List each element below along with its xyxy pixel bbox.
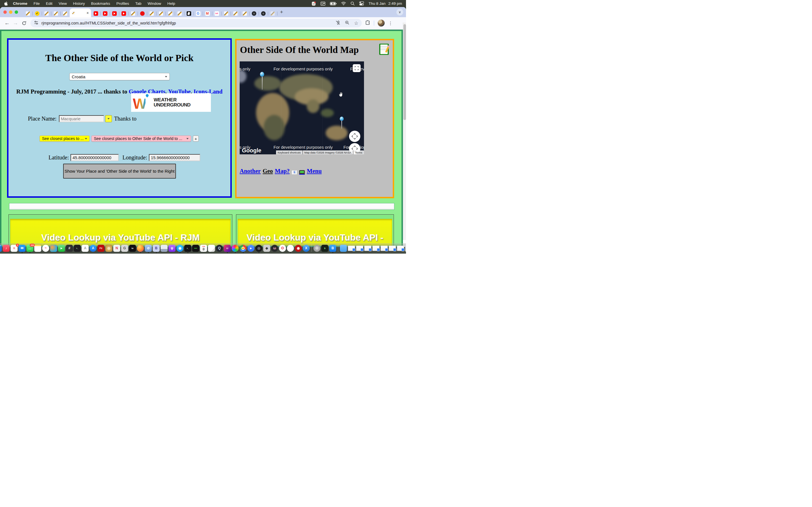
dock-item-gimp[interactable]: G bbox=[121, 245, 128, 252]
dock-item-minimized-window[interactable] bbox=[397, 245, 404, 251]
tab[interactable] bbox=[119, 10, 128, 17]
dock-item-notes[interactable] bbox=[35, 245, 42, 252]
menu-item-history[interactable]: History bbox=[73, 1, 85, 6]
page-scrollbar[interactable] bbox=[403, 22, 406, 240]
apple-logo-icon[interactable] bbox=[4, 1, 8, 6]
place-name-input[interactable] bbox=[59, 115, 104, 122]
device-menu-icon[interactable] bbox=[299, 170, 305, 175]
dock-item-color-palette[interactable] bbox=[232, 245, 239, 252]
tab[interactable] bbox=[138, 10, 147, 17]
dock-item-minimized-window[interactable] bbox=[364, 245, 371, 251]
dock-item-minimized-window[interactable] bbox=[372, 245, 380, 251]
minimize-window-button[interactable] bbox=[9, 10, 12, 14]
keyboard-shortcuts-link[interactable]: Keyboard shortcuts bbox=[276, 151, 303, 154]
menu-link[interactable]: Menu bbox=[307, 168, 322, 175]
app-badge-icon[interactable] bbox=[312, 1, 316, 6]
back-button[interactable]: ← bbox=[3, 19, 11, 27]
place-select-button[interactable] bbox=[105, 115, 112, 122]
dock-item-doc-stack[interactable] bbox=[348, 245, 355, 251]
map-pin-otherside[interactable] bbox=[340, 117, 344, 129]
dock-item-calendar[interactable]: JAN8 bbox=[200, 245, 207, 252]
tab[interactable]: brit bbox=[212, 10, 221, 17]
tab[interactable] bbox=[231, 10, 240, 17]
dock-item-red-gauge[interactable]: ◉ bbox=[295, 245, 302, 252]
dock-item-news[interactable]: N bbox=[113, 245, 120, 252]
dock-item-calculator[interactable]: # bbox=[66, 245, 73, 252]
dock-item-gold-app[interactable]: ◎ bbox=[105, 245, 112, 252]
dock-item-dark-rings[interactable]: ◎ bbox=[255, 245, 262, 252]
dock-item-minimized-window[interactable] bbox=[380, 245, 388, 251]
dock-item-no-sign[interactable]: ⊘ bbox=[145, 245, 152, 252]
zoom-window-button[interactable] bbox=[15, 10, 18, 14]
dock-item-reminders[interactable]: ≡3 bbox=[11, 245, 18, 252]
tab[interactable] bbox=[42, 10, 51, 17]
tab[interactable] bbox=[128, 10, 138, 17]
dock-item-xcode[interactable]: X bbox=[303, 245, 310, 252]
close-window-button[interactable] bbox=[3, 10, 7, 14]
dock-item-downloads-folder[interactable] bbox=[340, 245, 347, 252]
dock-item-terminal-2[interactable]: >_ bbox=[185, 245, 192, 252]
site-settings-icon[interactable] bbox=[34, 20, 39, 26]
tab[interactable] bbox=[156, 10, 165, 17]
dock-item-podcasts[interactable]: ψ bbox=[168, 245, 175, 252]
dock-item-launchpad[interactable] bbox=[50, 245, 57, 252]
menu-item-window[interactable]: Window bbox=[147, 1, 161, 6]
google-map[interactable]: For development purposes onlyFor develop… bbox=[240, 61, 364, 154]
dock-item-finder[interactable] bbox=[0, 245, 2, 252]
zoom-in-icon[interactable] bbox=[345, 20, 350, 26]
extensions-icon[interactable] bbox=[365, 20, 370, 26]
menu-item-profiles[interactable]: Profiles bbox=[116, 1, 129, 6]
dock-item-apple-tv[interactable]: tv bbox=[129, 245, 136, 252]
control-center-icon[interactable] bbox=[359, 1, 364, 6]
dock-item-intellij[interactable]: IJ bbox=[224, 245, 231, 252]
dock-item-zoom[interactable]: ▸ bbox=[248, 245, 255, 252]
fullscreen-button[interactable] bbox=[353, 64, 361, 72]
add-button[interactable]: + bbox=[193, 135, 199, 142]
dock-item-trash[interactable] bbox=[405, 244, 406, 252]
geo-link[interactable]: Geo bbox=[263, 168, 273, 175]
dock-item-app-store[interactable]: A bbox=[90, 245, 97, 252]
dock-item-messages[interactable]: …203 bbox=[27, 245, 34, 252]
dock-item-exec-terminal[interactable]: exec bbox=[192, 245, 199, 252]
email-icon[interactable] bbox=[292, 170, 297, 175]
tab[interactable]: M bbox=[203, 10, 212, 17]
tab[interactable]: G bbox=[193, 10, 203, 17]
latitude-input[interactable] bbox=[70, 154, 119, 161]
tab[interactable] bbox=[184, 10, 193, 17]
active-tab[interactable]: × bbox=[70, 8, 91, 17]
menu-item-bookmarks[interactable]: Bookmarks bbox=[91, 1, 110, 6]
spotlight-icon[interactable] bbox=[350, 1, 355, 6]
menu-item-chrome[interactable]: Chrome bbox=[13, 1, 28, 6]
scrollbar-thumb[interactable] bbox=[403, 24, 406, 120]
menu-item-file[interactable]: File bbox=[34, 1, 40, 6]
dock-item-pink-pet[interactable]: ω bbox=[271, 245, 278, 252]
tab[interactable]: ✓ bbox=[33, 10, 42, 17]
tab[interactable] bbox=[91, 10, 100, 17]
map-link[interactable]: Map? bbox=[275, 168, 290, 175]
dock-item-quicktime[interactable]: Q bbox=[216, 245, 223, 252]
close-tab-icon[interactable]: × bbox=[87, 11, 89, 15]
tab[interactable] bbox=[175, 10, 184, 17]
keyboard-icon[interactable] bbox=[320, 1, 325, 6]
dock-item-tooth[interactable] bbox=[287, 245, 294, 252]
tab[interactable] bbox=[249, 10, 259, 17]
tab[interactable] bbox=[100, 10, 110, 17]
tab[interactable] bbox=[221, 10, 231, 17]
profile-avatar[interactable] bbox=[377, 19, 385, 27]
reload-button[interactable] bbox=[20, 19, 28, 27]
dock-item-minimized-window[interactable] bbox=[389, 245, 396, 251]
closest-otherside-select[interactable]: See closest places to Other Side of the … bbox=[91, 135, 191, 142]
tab[interactable] bbox=[51, 10, 60, 17]
dock-item-filezilla[interactable]: Fz bbox=[98, 245, 105, 252]
map-pin-place[interactable] bbox=[260, 72, 264, 90]
dock-item-terminal-3[interactable]: $ bbox=[321, 245, 328, 252]
dock-item-accessibility[interactable]: ☉ bbox=[313, 245, 320, 252]
tab-search-chevron-icon[interactable]: ∨ bbox=[396, 9, 403, 15]
menu-item-edit[interactable]: Edit bbox=[46, 1, 52, 6]
dock-item-firefox[interactable] bbox=[137, 245, 144, 252]
bookmark-star-icon[interactable]: ☆ bbox=[354, 20, 358, 26]
menu-item-view[interactable]: View bbox=[59, 1, 67, 6]
dock-item-opera[interactable]: O bbox=[279, 245, 286, 252]
url-text[interactable]: rjmprogramming.com.au//HTMLCSS/other_sid… bbox=[42, 21, 336, 25]
tab[interactable] bbox=[110, 10, 119, 17]
